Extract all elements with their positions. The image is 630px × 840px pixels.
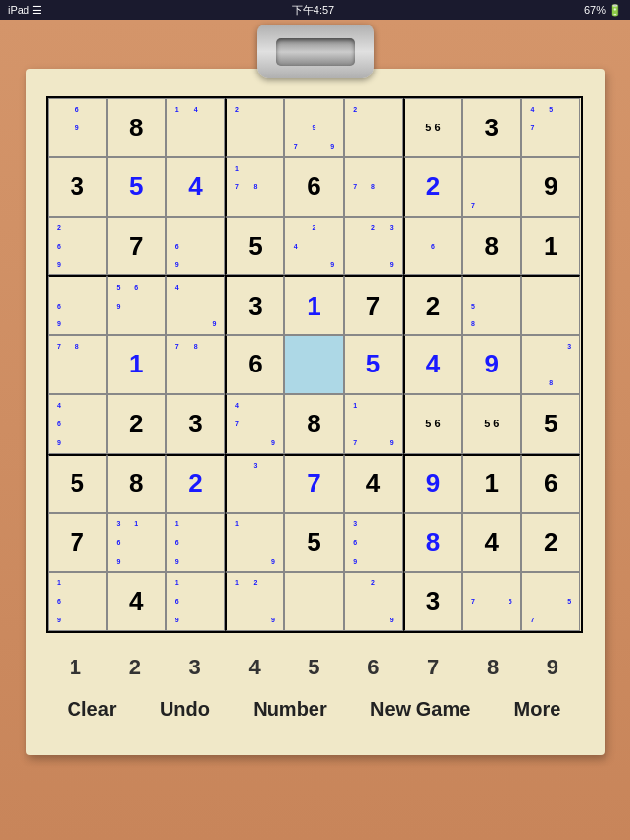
newGame-button[interactable]: New Game bbox=[359, 694, 482, 724]
cell-3-4[interactable]: 1 bbox=[284, 275, 343, 334]
cell-4-1[interactable]: 1 bbox=[107, 335, 166, 394]
cell-3-3[interactable]: 3 bbox=[225, 275, 284, 334]
cell-6-1[interactable]: 8 bbox=[107, 454, 166, 513]
cell-3-1[interactable]: 56 9 bbox=[107, 275, 166, 334]
cell-0-0[interactable]: 6 9 bbox=[48, 98, 107, 157]
cell-0-2[interactable]: 14 bbox=[166, 98, 224, 157]
number-btn-1[interactable]: 1 bbox=[62, 651, 89, 684]
clip-inner bbox=[276, 38, 355, 66]
cell-7-0[interactable]: 7 bbox=[48, 513, 107, 571]
cell-8-2[interactable]: 1 6 9 bbox=[166, 572, 224, 631]
cell-8-6[interactable]: 3 bbox=[403, 572, 461, 631]
cell-1-6[interactable]: 2 bbox=[403, 157, 461, 216]
number-btn-3[interactable]: 3 bbox=[181, 651, 209, 684]
cell-5-1[interactable]: 2 bbox=[107, 394, 166, 453]
cell-6-3[interactable]: 3 bbox=[225, 454, 284, 513]
cell-6-8[interactable]: 6 bbox=[521, 454, 580, 513]
cell-5-7[interactable]: 5 6 bbox=[462, 394, 521, 453]
cell-0-4[interactable]: 9 7 9 bbox=[284, 98, 343, 157]
number-btn-5[interactable]: 5 bbox=[300, 651, 327, 684]
cell-6-6[interactable]: 9 bbox=[403, 454, 461, 513]
cell-1-3[interactable]: 1 78 bbox=[225, 157, 284, 216]
cell-8-0[interactable]: 1 6 9 bbox=[48, 572, 107, 631]
cell-4-0[interactable]: 78 bbox=[48, 335, 107, 394]
cell-0-8[interactable]: 45 7 bbox=[521, 98, 580, 157]
cell-3-7[interactable]: 5 8 bbox=[462, 275, 521, 334]
number-btn-9[interactable]: 9 bbox=[539, 651, 566, 684]
cell-7-2[interactable]: 1 6 9 bbox=[166, 513, 224, 571]
cell-1-2[interactable]: 4 bbox=[166, 157, 224, 216]
cell-5-0[interactable]: 4 6 9 bbox=[48, 394, 107, 453]
cell-5-8[interactable]: 5 bbox=[521, 394, 580, 453]
cell-7-4[interactable]: 5 bbox=[284, 513, 343, 571]
cell-3-0[interactable]: 6 9 bbox=[48, 275, 107, 334]
cell-8-3[interactable]: 12 9 bbox=[225, 572, 284, 631]
cell-5-5[interactable]: 1 7 9 bbox=[344, 394, 403, 453]
cell-2-3[interactable]: 5 bbox=[225, 217, 284, 275]
cell-8-8[interactable]: 57 bbox=[521, 572, 580, 631]
cell-1-1[interactable]: 5 bbox=[107, 157, 166, 216]
cell-1-7[interactable]: 7 bbox=[462, 157, 521, 216]
cell-0-1[interactable]: 8 bbox=[107, 98, 166, 157]
cell-6-5[interactable]: 4 bbox=[344, 454, 403, 513]
cell-0-3[interactable]: 2 bbox=[225, 98, 284, 157]
cell-0-7[interactable]: 3 bbox=[462, 98, 521, 157]
cell-3-2[interactable]: 4 9 bbox=[166, 275, 224, 334]
cell-5-6[interactable]: 5 6 bbox=[403, 394, 461, 453]
number-btn-4[interactable]: 4 bbox=[240, 651, 267, 684]
sudoku-grid[interactable]: 6 9 814 2 9 7 92 5 6345 7 3541 78 6 78 2… bbox=[46, 96, 583, 633]
cell-4-5[interactable]: 5 bbox=[344, 335, 403, 394]
cell-3-6[interactable]: 2 bbox=[403, 275, 461, 334]
clear-button[interactable]: Clear bbox=[56, 694, 128, 724]
more-button[interactable]: More bbox=[503, 694, 573, 724]
cell-4-2[interactable]: 78 bbox=[166, 335, 224, 394]
cell-5-4[interactable]: 8 bbox=[284, 394, 343, 453]
cell-3-5[interactable]: 7 bbox=[344, 275, 403, 334]
cell-7-8[interactable]: 2 bbox=[521, 513, 580, 571]
cell-7-3[interactable]: 1 9 bbox=[225, 513, 284, 571]
cell-8-5[interactable]: 2 9 bbox=[344, 572, 403, 631]
cell-4-6[interactable]: 4 bbox=[403, 335, 461, 394]
number-btn-6[interactable]: 6 bbox=[360, 651, 387, 684]
cell-1-5[interactable]: 78 bbox=[344, 157, 403, 216]
number-row: 123456789 bbox=[46, 651, 583, 684]
cell-5-2[interactable]: 3 bbox=[166, 394, 224, 453]
cell-2-6[interactable]: 6 bbox=[403, 217, 461, 275]
cell-8-1[interactable]: 4 bbox=[107, 572, 166, 631]
cell-1-8[interactable]: 9 bbox=[521, 157, 580, 216]
cell-2-8[interactable]: 1 bbox=[521, 217, 580, 275]
cell-0-5[interactable]: 2 bbox=[344, 98, 403, 157]
cell-0-6[interactable]: 5 6 bbox=[403, 98, 461, 157]
number-button[interactable]: Number bbox=[241, 694, 339, 724]
number-btn-8[interactable]: 8 bbox=[479, 651, 507, 684]
number-btn-7[interactable]: 7 bbox=[419, 651, 447, 684]
cell-6-0[interactable]: 5 bbox=[48, 454, 107, 513]
cell-2-1[interactable]: 7 bbox=[107, 217, 166, 275]
cell-8-7[interactable]: 7 5 bbox=[462, 572, 521, 631]
cell-2-0[interactable]: 2 6 9 bbox=[48, 217, 107, 275]
cell-2-2[interactable]: 6 9 bbox=[166, 217, 224, 275]
cell-8-4[interactable] bbox=[284, 572, 343, 631]
cell-6-2[interactable]: 2 bbox=[166, 454, 224, 513]
cell-2-7[interactable]: 8 bbox=[462, 217, 521, 275]
cell-3-8[interactable] bbox=[521, 275, 580, 334]
cell-4-3[interactable]: 6 bbox=[225, 335, 284, 394]
cell-4-7[interactable]: 9 bbox=[462, 335, 521, 394]
cell-7-5[interactable]: 3 6 9 bbox=[344, 513, 403, 571]
cell-6-7[interactable]: 1 bbox=[462, 454, 521, 513]
cell-7-1[interactable]: 31 6 9 bbox=[107, 513, 166, 571]
cell-4-4[interactable] bbox=[284, 335, 343, 394]
cell-7-7[interactable]: 4 bbox=[462, 513, 521, 571]
cell-5-3[interactable]: 4 7 9 bbox=[225, 394, 284, 453]
cell-1-4[interactable]: 6 bbox=[284, 157, 343, 216]
undo-button[interactable]: Undo bbox=[148, 694, 221, 724]
cell-7-6[interactable]: 8 bbox=[403, 513, 461, 571]
number-btn-2[interactable]: 2 bbox=[121, 651, 149, 684]
cell-6-4[interactable]: 7 bbox=[284, 454, 343, 513]
status-bar: iPad ☰ 下午4:57 67% 🔋 bbox=[0, 0, 630, 20]
cell-1-0[interactable]: 3 bbox=[48, 157, 107, 216]
cell-2-5[interactable]: 23 9 bbox=[344, 217, 403, 275]
clipboard: 6 9 814 2 9 7 92 5 6345 7 3541 78 6 78 2… bbox=[0, 20, 630, 840]
cell-4-8[interactable]: 3 8 bbox=[521, 335, 580, 394]
cell-2-4[interactable]: 2 4 9 bbox=[284, 217, 343, 275]
